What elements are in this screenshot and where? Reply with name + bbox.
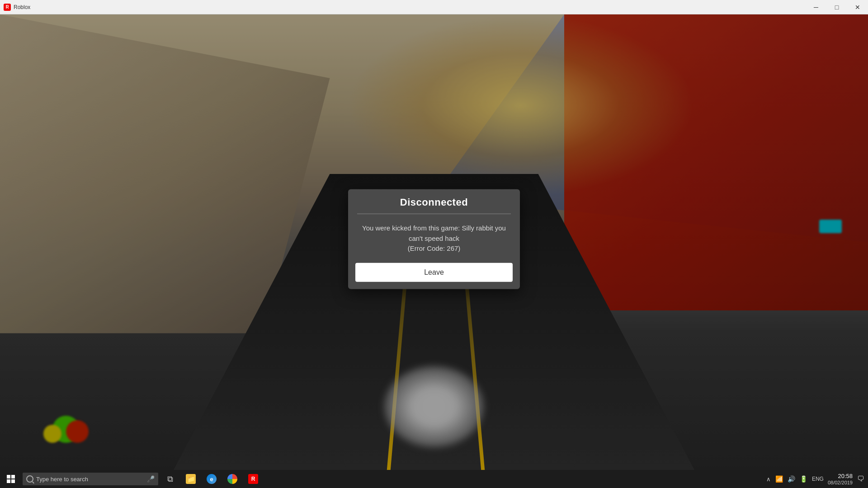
search-icon	[26, 475, 33, 483]
taskbar-icons: ⧉ 📁 e R	[160, 470, 263, 488]
dialog-title: Disconnected	[400, 197, 468, 208]
edge-icon: e	[207, 474, 217, 484]
taskbar-roblox[interactable]: R	[243, 470, 263, 488]
taskbar-task-view[interactable]: ⧉	[160, 470, 180, 488]
task-view-icon: ⧉	[165, 474, 175, 484]
file-explorer-icon: 📁	[186, 474, 196, 484]
dialog-header: Disconnected	[348, 189, 520, 214]
clock-time: 20:58	[828, 473, 853, 480]
disconnect-dialog: Disconnected You were kicked from this g…	[348, 189, 520, 289]
tray-expand[interactable]: ∧	[765, 476, 772, 483]
tray-lang[interactable]: ENG	[811, 476, 825, 482]
title-bar-left: R Roblox	[0, 4, 30, 11]
roblox-icon: R	[248, 474, 258, 484]
taskbar-right: ∧ 📶 🔊 🔋 ENG 20:58 08/02/2019 🗨	[765, 473, 868, 485]
maximize-button[interactable]: □	[826, 0, 847, 14]
mic-icon[interactable]: 🎤	[147, 475, 155, 483]
leave-button[interactable]: Leave	[355, 263, 513, 282]
chrome-icon	[227, 474, 237, 484]
taskbar: Type here to search 🎤 ⧉ 📁 e R ∧ 📶 🔊 �	[0, 470, 868, 488]
close-button[interactable]: ✕	[847, 0, 868, 14]
start-button[interactable]	[0, 470, 22, 488]
taskbar-chrome[interactable]	[222, 470, 242, 488]
tray-volume[interactable]: 🔊	[786, 475, 797, 483]
search-placeholder: Type here to search	[36, 476, 88, 483]
clock-date: 08/02/2019	[828, 480, 853, 485]
system-tray: ∧ 📶 🔊 🔋 ENG	[765, 475, 825, 483]
title-bar-app-icon: R	[4, 4, 11, 11]
minimize-button[interactable]: ─	[806, 0, 826, 14]
dialog-body: You were kicked from this game: Silly ra…	[348, 214, 520, 263]
title-bar-title: Roblox	[14, 4, 30, 10]
notification-icon[interactable]: 🗨	[857, 475, 864, 483]
windows-icon	[7, 475, 15, 483]
search-bar[interactable]: Type here to search 🎤	[23, 473, 158, 485]
tray-battery[interactable]: 🔋	[798, 475, 809, 483]
dialog-footer: Leave	[348, 263, 520, 289]
dialog-message: You were kicked from this game: Silly ra…	[362, 224, 506, 242]
taskbar-file-explorer[interactable]: 📁	[181, 470, 201, 488]
dialog-error-code: (Error Code: 267)	[408, 244, 461, 252]
title-bar-controls: ─ □ ✕	[806, 0, 868, 14]
taskbar-edge[interactable]: e	[202, 470, 222, 488]
clock[interactable]: 20:58 08/02/2019	[828, 473, 853, 485]
tray-network[interactable]: 📶	[774, 475, 784, 483]
title-bar: R Roblox ─ □ ✕	[0, 0, 868, 14]
